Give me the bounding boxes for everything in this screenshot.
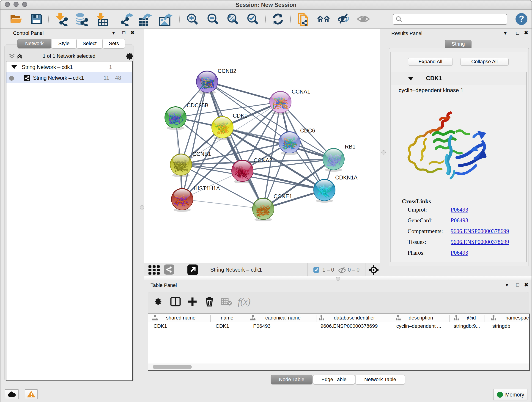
svg-text:CCNA1: CCNA1 [292,89,310,95]
svg-text:HIST1H1A: HIST1H1A [194,185,220,191]
svg-text:CCNE1: CCNE1 [273,193,292,199]
svg-text:CCNA2: CCNA2 [254,157,272,163]
svg-text:CDC25B: CDC25B [187,102,209,108]
svg-text:CDC6: CDC6 [300,128,315,134]
svg-text:CCNB1: CCNB1 [192,151,211,157]
svg-text:RB1: RB1 [345,143,355,150]
svg-text:CDK1: CDK1 [233,113,247,119]
svg-text:CCNB2: CCNB2 [218,68,236,74]
svg-text:CDKN1A: CDKN1A [335,174,357,181]
